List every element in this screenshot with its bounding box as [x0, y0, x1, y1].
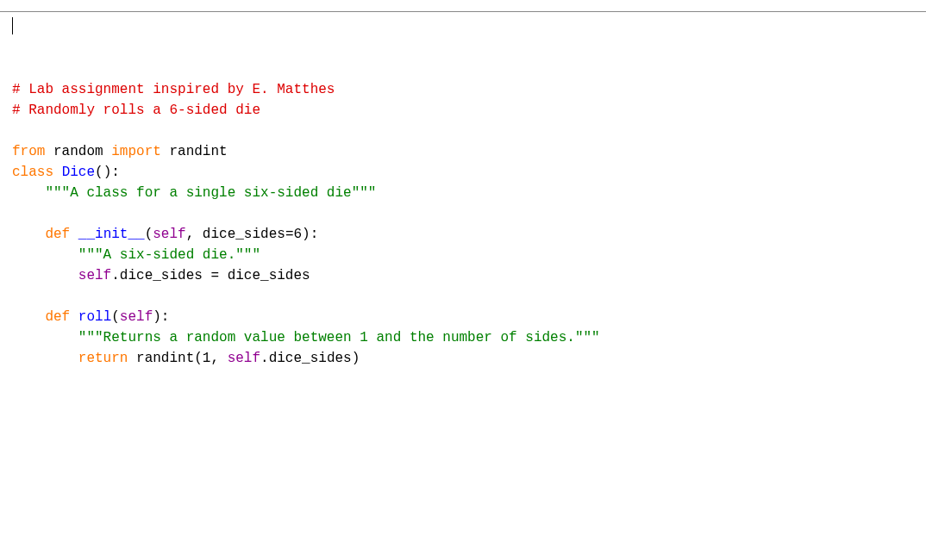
code-token: self: [78, 268, 111, 283]
code-line: from random import randint: [12, 141, 914, 162]
code-token: roll: [78, 309, 111, 325]
code-token: """Returns a random value between 1 and …: [78, 330, 600, 345]
code-token: self: [153, 227, 185, 242]
code-token: (: [145, 227, 153, 242]
code-line: def roll(self):: [12, 307, 914, 327]
code-token: [12, 330, 78, 345]
code-token: (: [111, 309, 120, 325]
code-token: [12, 309, 45, 325]
code-line: [12, 286, 914, 307]
code-token: # Randomly rolls a 6-sided die: [12, 103, 260, 118]
code-token: return: [78, 351, 128, 366]
code-line: [12, 121, 914, 141]
code-line: """A six-sided die.""": [12, 245, 914, 265]
code-token: [12, 185, 45, 201]
code-token: class: [12, 165, 53, 180]
code-token: [70, 309, 78, 325]
code-editor[interactable]: # Lab assignment inspired by E. Matthes#…: [0, 12, 926, 395]
code-token: [12, 268, 78, 283]
code-token: [53, 165, 62, 180]
code-token: __init__: [78, 227, 145, 242]
code-token: from: [12, 144, 45, 159]
code-token: def: [45, 309, 70, 325]
code-token: 6: [293, 227, 302, 242]
text-cursor: [12, 17, 13, 34]
code-token: randint(: [128, 351, 202, 366]
code-token: """A class for a single six-sided die""": [45, 185, 376, 201]
code-line: self.dice_sides = dice_sides: [12, 265, 914, 286]
code-token: randint: [161, 144, 228, 159]
code-line: return randint(1, self.dice_sides): [12, 348, 914, 369]
code-token: # Lab assignment inspired by E. Matthes: [12, 82, 335, 97]
code-token: [12, 351, 78, 366]
code-line: # Randomly rolls a 6-sided die: [12, 100, 914, 121]
code-token: [70, 227, 78, 242]
code-token: self: [120, 309, 153, 325]
code-token: ):: [153, 309, 169, 325]
code-token: [12, 247, 78, 263]
code-token: 1: [203, 351, 211, 366]
code-line: """Returns a random value between 1 and …: [12, 327, 914, 348]
code-token: Dice: [62, 165, 95, 180]
menu-bar[interactable]: [0, 0, 926, 12]
code-token: .dice_sides): [260, 351, 360, 366]
code-line: # Lab assignment inspired by E. Matthes: [12, 79, 914, 100]
code-token: ,: [210, 351, 227, 366]
code-token: [12, 227, 45, 242]
code-token: .dice_sides = dice_sides: [111, 268, 310, 283]
code-line: """A class for a single six-sided die""": [12, 183, 914, 203]
code-token: ():: [95, 165, 120, 180]
code-line: def __init__(self, dice_sides=6):: [12, 224, 914, 245]
code-line: [12, 203, 914, 224]
code-token: , dice_sides=: [186, 227, 294, 242]
code-token: random: [45, 144, 111, 159]
code-token: import: [111, 144, 161, 159]
code-line: class Dice():: [12, 162, 914, 183]
code-content: # Lab assignment inspired by E. Matthes#…: [12, 79, 914, 369]
code-token: def: [45, 227, 70, 242]
code-token: ):: [302, 227, 318, 242]
code-token: """A six-sided die.""": [78, 247, 260, 263]
code-token: self: [228, 351, 260, 366]
